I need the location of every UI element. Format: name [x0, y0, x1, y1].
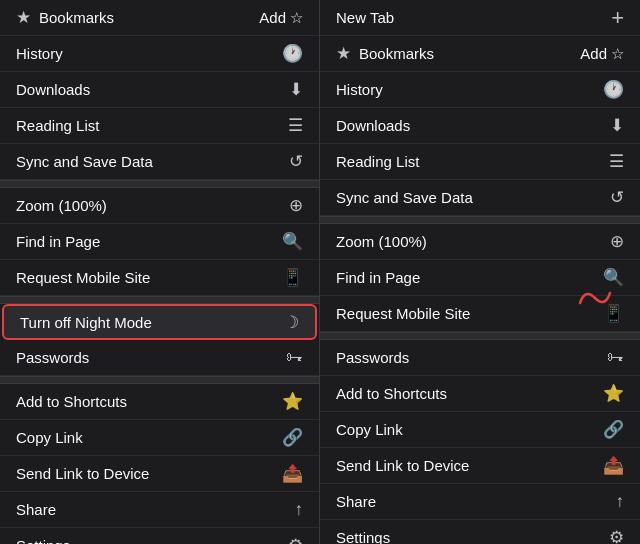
right-reading-list-icon: ☰	[609, 151, 624, 172]
left-zoom-icon: ⊕	[289, 195, 303, 216]
left-mobile-site-icon: 📱	[282, 267, 303, 288]
left-sync-icon: ↺	[289, 151, 303, 172]
right-share-icon: ↑	[616, 492, 625, 512]
left-reading-list-label: Reading List	[16, 117, 99, 134]
right-copy-link-icon: 🔗	[603, 419, 624, 440]
right-history-item[interactable]: History 🕐	[320, 72, 640, 108]
left-zoom-label: Zoom (100%)	[16, 197, 107, 214]
right-separator-2	[320, 332, 640, 340]
left-sync-label: Sync and Save Data	[16, 153, 153, 170]
left-passwords-item[interactable]: Passwords 🗝	[0, 340, 319, 376]
right-mobile-site-item[interactable]: Request Mobile Site 📱	[320, 296, 640, 332]
right-sync-label: Sync and Save Data	[336, 189, 473, 206]
right-settings-label: Settings	[336, 529, 390, 544]
right-panel-wrapper: New Tab + ★ Bookmarks Add ☆ History 🕐 Do…	[320, 0, 640, 544]
left-mobile-site-label: Request Mobile Site	[16, 269, 150, 286]
right-send-link-item[interactable]: Send Link to Device 📤	[320, 448, 640, 484]
right-new-tab-plus-icon: +	[611, 5, 624, 31]
right-sync-icon: ↺	[610, 187, 624, 208]
right-zoom-label: Zoom (100%)	[336, 233, 427, 250]
left-bookmarks-label: Bookmarks	[39, 9, 114, 26]
left-find-icon: 🔍	[282, 231, 303, 252]
right-history-label: History	[336, 81, 383, 98]
right-send-link-label: Send Link to Device	[336, 457, 469, 474]
left-shortcuts-item[interactable]: Add to Shortcuts ⭐	[0, 384, 319, 420]
left-share-label: Share	[16, 501, 56, 518]
left-sync-item[interactable]: Sync and Save Data ↺	[0, 144, 319, 180]
left-settings-label: Settings	[16, 537, 70, 544]
right-reading-list-label: Reading List	[336, 153, 419, 170]
right-find-icon: 🔍	[603, 267, 624, 288]
left-panel: ★ Bookmarks Add ☆ History 🕐 Downloads ⬇ …	[0, 0, 320, 544]
right-downloads-icon: ⬇	[610, 115, 624, 136]
left-history-label: History	[16, 45, 63, 62]
left-bookmarks-row[interactable]: ★ Bookmarks Add ☆	[0, 0, 319, 36]
left-copy-link-item[interactable]: Copy Link 🔗	[0, 420, 319, 456]
right-bookmarks-star-icon: ★	[336, 43, 351, 64]
right-history-icon: 🕐	[603, 79, 624, 100]
right-passwords-icon: 🗝	[607, 348, 624, 368]
left-settings-item[interactable]: Settings ⚙	[0, 528, 319, 544]
left-reading-list-item[interactable]: Reading List ☰	[0, 108, 319, 144]
right-bookmarks-add-icon: ☆	[611, 45, 624, 63]
right-downloads-label: Downloads	[336, 117, 410, 134]
left-night-mode-icon: ☽	[284, 312, 299, 333]
left-send-link-icon: 📤	[282, 463, 303, 484]
left-separator-1	[0, 180, 319, 188]
right-separator-1	[320, 216, 640, 224]
right-new-tab-row[interactable]: New Tab +	[320, 0, 640, 36]
left-send-link-item[interactable]: Send Link to Device 📤	[0, 456, 319, 492]
left-night-mode-item[interactable]: Turn off Night Mode ☽	[2, 304, 317, 340]
right-copy-link-label: Copy Link	[336, 421, 403, 438]
right-find-item[interactable]: Find in Page 🔍	[320, 260, 640, 296]
left-find-label: Find in Page	[16, 233, 100, 250]
right-zoom-icon: ⊕	[610, 231, 624, 252]
left-mobile-site-item[interactable]: Request Mobile Site 📱	[0, 260, 319, 296]
left-downloads-item[interactable]: Downloads ⬇	[0, 72, 319, 108]
right-downloads-item[interactable]: Downloads ⬇	[320, 108, 640, 144]
left-find-item[interactable]: Find in Page 🔍	[0, 224, 319, 260]
left-passwords-label: Passwords	[16, 349, 89, 366]
right-shortcuts-icon: ⭐	[603, 383, 624, 404]
right-mobile-site-label: Request Mobile Site	[336, 305, 470, 322]
right-passwords-item[interactable]: Passwords 🗝	[320, 340, 640, 376]
right-new-tab-label: New Tab	[336, 9, 394, 26]
left-send-link-label: Send Link to Device	[16, 465, 149, 482]
right-sync-item[interactable]: Sync and Save Data ↺	[320, 180, 640, 216]
right-mobile-site-icon: 📱	[603, 303, 624, 324]
right-find-label: Find in Page	[336, 269, 420, 286]
left-shortcuts-icon: ⭐	[282, 391, 303, 412]
left-history-icon: 🕐	[282, 43, 303, 64]
left-history-item[interactable]: History 🕐	[0, 36, 319, 72]
right-share-item[interactable]: Share ↑	[320, 484, 640, 520]
left-bookmarks-star-icon: ★	[16, 7, 31, 28]
left-night-mode-label: Turn off Night Mode	[20, 314, 152, 331]
right-send-link-icon: 📤	[603, 455, 624, 476]
left-copy-link-icon: 🔗	[282, 427, 303, 448]
left-downloads-label: Downloads	[16, 81, 90, 98]
right-bookmarks-label: Bookmarks	[359, 45, 434, 62]
left-share-icon: ↑	[295, 500, 304, 520]
left-share-item[interactable]: Share ↑	[0, 492, 319, 528]
right-bookmarks-add-label[interactable]: Add	[580, 45, 607, 62]
right-copy-link-item[interactable]: Copy Link 🔗	[320, 412, 640, 448]
right-passwords-label: Passwords	[336, 349, 409, 366]
left-bookmarks-add-icon: ☆	[290, 9, 303, 27]
right-shortcuts-item[interactable]: Add to Shortcuts ⭐	[320, 376, 640, 412]
left-reading-list-icon: ☰	[288, 115, 303, 136]
left-copy-link-label: Copy Link	[16, 429, 83, 446]
right-settings-icon: ⚙	[609, 527, 624, 544]
right-settings-item[interactable]: Settings ⚙	[320, 520, 640, 544]
right-bookmarks-row[interactable]: ★ Bookmarks Add ☆	[320, 36, 640, 72]
right-panel: New Tab + ★ Bookmarks Add ☆ History 🕐 Do…	[320, 0, 640, 544]
right-reading-list-item[interactable]: Reading List ☰	[320, 144, 640, 180]
left-separator-2	[0, 296, 319, 304]
left-downloads-icon: ⬇	[289, 79, 303, 100]
left-zoom-item[interactable]: Zoom (100%) ⊕	[0, 188, 319, 224]
left-settings-icon: ⚙	[288, 535, 303, 544]
left-bookmarks-add-label[interactable]: Add	[259, 9, 286, 26]
right-share-label: Share	[336, 493, 376, 510]
left-shortcuts-label: Add to Shortcuts	[16, 393, 127, 410]
right-shortcuts-label: Add to Shortcuts	[336, 385, 447, 402]
right-zoom-item[interactable]: Zoom (100%) ⊕	[320, 224, 640, 260]
